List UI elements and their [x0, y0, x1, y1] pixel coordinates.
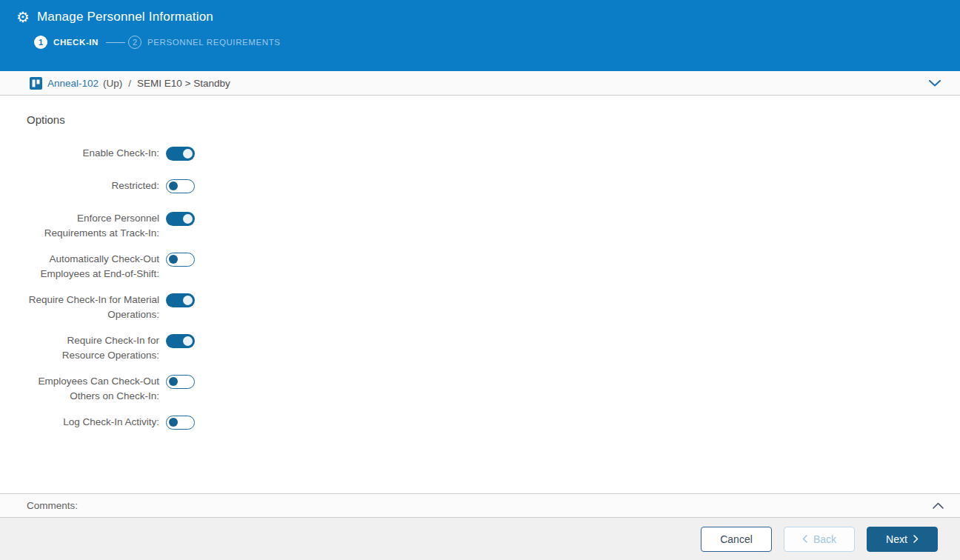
toggle-enable-check-in[interactable] — [166, 147, 195, 161]
wizard-steps: 1CHECK-IN2PERSONNEL REQUIREMENTS — [34, 36, 960, 49]
chevron-right-icon — [913, 535, 919, 543]
next-button-label: Next — [886, 533, 907, 545]
footer-actions: Cancel Back Next — [0, 518, 960, 560]
comments-label: Comments: — [27, 500, 78, 511]
back-button-label: Back — [813, 533, 836, 545]
option-label: Automatically Check-Out Employees at End… — [22, 252, 159, 281]
manage-personnel-dialog: ⚙ Manage Personnel Information 1CHECK-IN… — [0, 0, 960, 560]
back-button[interactable]: Back — [784, 527, 855, 552]
toggle-employees-can-check-out-others-on-check-in[interactable] — [166, 375, 195, 389]
title-row: ⚙ Manage Personnel Information — [0, 0, 960, 24]
option-row: Employees Can Check-Out Others on Check-… — [22, 374, 960, 404]
option-row: Require Check-In for Material Operations… — [22, 293, 960, 322]
option-row: Log Check-In Activity: — [22, 415, 960, 430]
page-title: Manage Personnel Information — [37, 10, 213, 24]
wizard-step-2-label: PERSONNEL REQUIREMENTS — [147, 38, 281, 47]
wizard-step-1-circle[interactable]: 1 — [34, 36, 47, 49]
toggle-knob — [183, 149, 193, 159]
toggle-knob — [183, 214, 193, 224]
option-label: Employees Can Check-Out Others on Check-… — [22, 374, 159, 404]
toggle-enforce-personnel-requirements-at-track-in[interactable] — [166, 212, 195, 226]
resource-state-path: SEMI E10 > Standby — [137, 78, 230, 89]
resource-icon — [30, 77, 42, 90]
option-row: Restricted: — [22, 179, 960, 193]
toggle-require-check-in-for-material-operations[interactable] — [166, 293, 195, 307]
toggle-require-check-in-for-resource-operations[interactable] — [166, 334, 195, 348]
wizard-step-2-circle[interactable]: 2 — [128, 36, 141, 49]
toggle-knob — [169, 255, 178, 264]
next-button[interactable]: Next — [867, 527, 938, 552]
options-panel: Options Enable Check-In: Restricted: Enf… — [0, 96, 960, 493]
options-heading: Options — [27, 113, 960, 126]
manage-gear-icon: ⚙ — [16, 10, 30, 24]
wizard-step-1-label: CHECK-IN — [53, 38, 99, 47]
chevron-left-icon — [802, 535, 807, 543]
dialog-header: ⚙ Manage Personnel Information 1CHECK-IN… — [0, 0, 960, 71]
option-row: Require Check-In for Resource Operations… — [22, 333, 960, 363]
option-row: Automatically Check-Out Employees at End… — [22, 252, 960, 281]
chevron-up-icon[interactable] — [933, 500, 944, 511]
toggle-log-check-in-activity[interactable] — [166, 416, 195, 430]
option-label: Restricted: — [22, 179, 159, 193]
resource-bar: Anneal-102 (Up) / SEMI E10 > Standby — [0, 71, 960, 96]
option-label: Log Check-In Activity: — [22, 415, 159, 430]
toggle-knob — [169, 418, 178, 427]
option-row: Enforce Personnel Requirements at Track-… — [22, 211, 960, 241]
comments-section-header[interactable]: Comments: — [0, 493, 960, 518]
resource-separator: / — [128, 78, 131, 89]
option-label: Require Check-In for Material Operations… — [22, 293, 159, 322]
toggle-knob — [183, 336, 193, 346]
option-label: Enable Check-In: — [22, 146, 159, 161]
toggle-automatically-check-out-employees-at-end-of-shift[interactable] — [166, 253, 195, 267]
toggle-knob — [183, 296, 193, 305]
toggle-rows: Enable Check-In: Restricted: Enforce Per… — [22, 146, 960, 430]
resource-status: (Up) — [103, 78, 122, 89]
toggle-restricted[interactable] — [166, 179, 195, 193]
cancel-button[interactable]: Cancel — [701, 527, 772, 552]
resource-link[interactable]: Anneal-102 — [47, 78, 99, 89]
option-row: Enable Check-In: — [22, 146, 960, 161]
cancel-button-label: Cancel — [720, 533, 753, 545]
chevron-down-icon[interactable] — [926, 77, 944, 90]
toggle-knob — [169, 181, 178, 190]
option-label: Require Check-In for Resource Operations… — [22, 333, 159, 363]
option-label: Enforce Personnel Requirements at Track-… — [22, 211, 159, 241]
toggle-knob — [169, 377, 178, 386]
step-connector — [106, 42, 125, 43]
